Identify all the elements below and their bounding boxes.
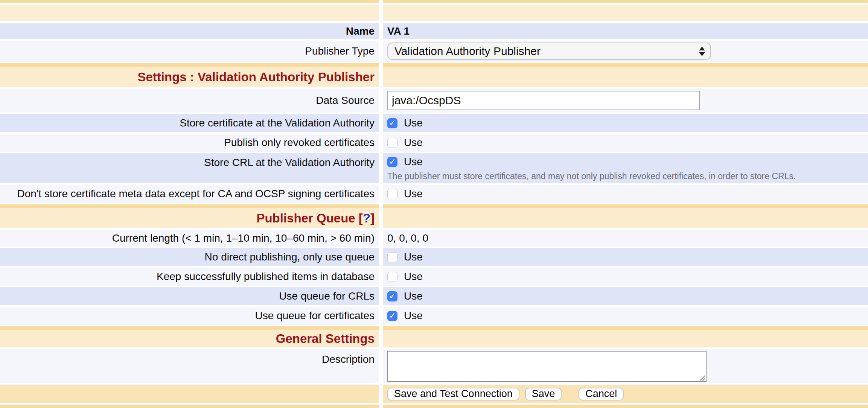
use-queue-certs-checkbox[interactable] <box>387 311 397 321</box>
use-label: Use <box>404 290 423 302</box>
store-crl-row: Store CRL at the Validation Authority Us… <box>0 153 868 183</box>
name-label: Name <box>346 25 375 37</box>
publisher-type-row: Publisher Type Validation Authority Publ… <box>0 41 868 62</box>
publish-only-revoked-label: Publish only revoked certificates <box>224 137 375 149</box>
no-direct-publishing-row: No direct publishing, only use queue Use <box>0 248 868 266</box>
publisher-type-select[interactable]: Validation Authority Publisher <box>387 43 711 60</box>
use-queue-certs-label: Use queue for certificates <box>255 310 375 322</box>
description-row: Description <box>0 349 868 383</box>
keep-published-items-row: Keep successfully published items in dat… <box>0 268 868 286</box>
publisher-type-selected-value: Validation Authority Publisher <box>394 45 541 58</box>
select-stepper-icon <box>699 47 705 56</box>
description-textarea[interactable] <box>387 351 707 382</box>
keep-published-items-label: Keep successfully published items in dat… <box>157 271 375 283</box>
use-queue-crls-checkbox[interactable] <box>387 291 397 301</box>
publisher-queue-heading: Publisher Queue [?] <box>256 211 375 225</box>
settings-heading: Settings : Validation Authority Publishe… <box>138 70 375 84</box>
publisher-edit-page: Name VA 1 Publisher Type Validation Auth… <box>0 0 868 408</box>
use-label: Use <box>404 117 423 129</box>
bottom-accent-strip <box>0 405 868 408</box>
use-label: Use <box>404 251 423 263</box>
dont-store-meta-label: Don't store certificate meta data except… <box>17 188 375 200</box>
top-section-band <box>0 5 868 21</box>
save-and-test-connection-button[interactable]: Save and Test Connection <box>387 388 519 400</box>
save-button[interactable]: Save <box>525 388 562 400</box>
no-direct-publishing-label: No direct publishing, only use queue <box>205 251 375 263</box>
store-certificate-checkbox[interactable] <box>387 118 397 128</box>
use-label: Use <box>404 310 423 322</box>
general-settings-heading: General Settings <box>276 332 375 346</box>
store-crl-label: Store CRL at the Validation Authority <box>204 157 375 169</box>
description-label: Description <box>322 353 375 365</box>
use-queue-crls-label: Use queue for CRLs <box>279 290 375 302</box>
publish-only-revoked-row: Publish only revoked certificates Use <box>0 134 868 152</box>
use-label: Use <box>404 137 423 149</box>
publisher-type-label: Publisher Type <box>305 45 375 57</box>
dont-store-meta-checkbox[interactable] <box>387 189 397 199</box>
no-direct-publishing-checkbox[interactable] <box>387 252 397 262</box>
use-label: Use <box>404 188 423 200</box>
dont-store-meta-row: Don't store certificate meta data except… <box>0 185 868 203</box>
name-value: VA 1 <box>387 25 410 37</box>
queue-help-link[interactable]: ? <box>363 211 370 225</box>
use-label: Use <box>404 271 423 283</box>
keep-published-items-checkbox[interactable] <box>387 272 397 282</box>
store-certificate-label: Store certificate at the Validation Auth… <box>180 117 375 129</box>
current-length-label: Current length (< 1 min, 1–10 min, 10–60… <box>112 232 375 244</box>
publish-only-revoked-checkbox[interactable] <box>387 138 397 148</box>
name-row: Name VA 1 <box>0 23 868 39</box>
bracket-open: [ <box>359 211 363 225</box>
bracket-close: ] <box>370 211 375 225</box>
settings-section-header: Settings : Validation Authority Publishe… <box>0 63 868 87</box>
publisher-queue-section-header: Publisher Queue [?] <box>0 204 868 228</box>
actions-row: Save and Test Connection Save Cancel <box>0 385 868 403</box>
store-crl-help-text: The publisher must store certificates, a… <box>387 171 796 181</box>
use-queue-crls-row: Use queue for CRLs Use <box>0 287 868 305</box>
store-crl-checkbox[interactable] <box>387 157 397 167</box>
current-length-value: 0, 0, 0, 0 <box>387 232 428 244</box>
data-source-row: Data Source <box>0 88 868 113</box>
data-source-label: Data Source <box>316 94 375 107</box>
chevron-up-icon <box>699 47 705 50</box>
cancel-button[interactable]: Cancel <box>579 388 624 400</box>
use-label: Use <box>404 156 423 168</box>
general-settings-section-header: General Settings <box>0 326 868 347</box>
data-source-input[interactable] <box>387 91 700 110</box>
use-queue-certs-row: Use queue for certificates Use <box>0 307 868 325</box>
store-certificate-row: Store certificate at the Validation Auth… <box>0 114 868 132</box>
current-length-row: Current length (< 1 min, 1–10 min, 10–60… <box>0 230 868 247</box>
chevron-down-icon <box>699 52 705 56</box>
top-accent-strip <box>0 0 868 3</box>
